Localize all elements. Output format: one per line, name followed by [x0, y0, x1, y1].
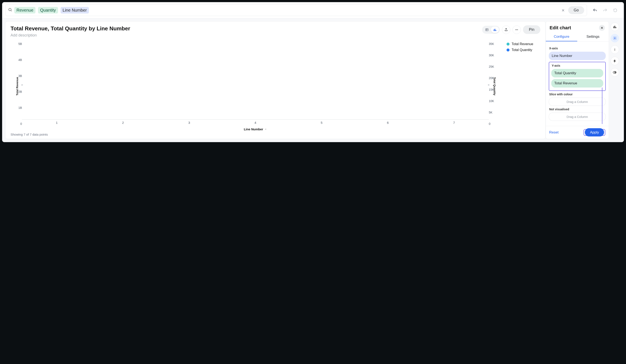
legend-swatch: [507, 43, 509, 45]
x-tick: 1: [24, 121, 90, 124]
y-left-label: Total Revenue: [16, 77, 19, 96]
pin-button[interactable]: Pin: [523, 25, 540, 34]
rail-info-icon[interactable]: [611, 45, 619, 54]
y-left-tick: 1B: [18, 106, 22, 109]
bars: [22, 41, 489, 120]
svg-rect-9: [496, 30, 496, 31]
rail-r-icon[interactable]: [611, 68, 619, 76]
tab-settings[interactable]: Settings: [577, 33, 609, 41]
panel-tabs: Configure Settings: [546, 33, 609, 41]
notvis-section-label: Not visualised: [549, 108, 606, 111]
y-right-tick: 25K: [489, 65, 494, 68]
x-tick: 5: [288, 121, 355, 124]
panel-footer: Reset Apply: [546, 126, 609, 139]
y-left-tick: 0: [20, 122, 22, 125]
search-icon: [8, 8, 12, 13]
chart-description[interactable]: Add description: [10, 33, 479, 37]
y-left-tick: 5B: [18, 42, 22, 45]
y-right-tick: 5K: [489, 111, 492, 114]
y-axis-highlight: Y-axis Total Quantity Total Revenue: [549, 62, 606, 91]
legend-label: Total Quantity: [512, 48, 532, 52]
x-axis-label[interactable]: Line Number: [244, 127, 267, 131]
rail-chart-icon[interactable]: [611, 23, 619, 31]
svg-line-1: [11, 10, 12, 11]
svg-rect-17: [616, 27, 616, 28]
svg-point-11: [516, 29, 517, 30]
y-left-arrow-icon: ▸: [22, 83, 23, 87]
y-axis-chip-quantity[interactable]: Total Quantity: [551, 69, 603, 77]
slice-section-label: Slice with colour: [549, 93, 606, 96]
svg-point-0: [9, 8, 11, 11]
apply-button[interactable]: Apply: [585, 128, 604, 137]
x-axis-section-label: X-axis: [549, 47, 606, 50]
x-axis-chip[interactable]: Line Number: [549, 52, 606, 60]
chart-header: Total Revenue, Total Quantity by Line Nu…: [10, 25, 540, 37]
search-input[interactable]: Revenue Quantity Line Number Go: [5, 4, 587, 16]
x-axis: 1234567: [22, 120, 489, 124]
right-rail: [609, 21, 621, 139]
apply-highlight: Apply: [584, 129, 605, 136]
reset-link[interactable]: Reset: [549, 130, 558, 135]
redo-button[interactable]: [601, 6, 609, 15]
top-bar: Revenue Quantity Line Number Go: [2, 2, 624, 18]
history-nav: [589, 6, 621, 15]
chart-view-button[interactable]: [491, 27, 499, 33]
share-button[interactable]: [502, 26, 510, 34]
undo-button[interactable]: [591, 6, 599, 15]
y-left-tick: 4B: [18, 58, 22, 62]
chart-body: Total Revenue ▸ 5B 4B 3B 2B 1B 0 1234567: [10, 41, 540, 131]
svg-point-10: [515, 29, 516, 30]
legend-label: Total Revenue: [512, 42, 533, 46]
x-tick: 6: [355, 121, 421, 124]
view-toggle: [482, 26, 500, 34]
search-tag-revenue[interactable]: Revenue: [14, 7, 36, 13]
x-tick: 2: [90, 121, 156, 124]
y-axis-chip-revenue[interactable]: Total Revenue: [551, 79, 603, 87]
app-frame: Revenue Quantity Line Number Go: [2, 2, 624, 142]
search-tag-quantity[interactable]: Quantity: [38, 7, 58, 13]
rail-lightning-icon[interactable]: [611, 57, 619, 65]
legend-swatch: [507, 48, 509, 51]
svg-point-12: [517, 29, 518, 30]
chart-toolbar: Pin: [482, 25, 540, 34]
chart-plot-area: Total Revenue ▸ 5B 4B 3B 2B 1B 0 1234567: [10, 41, 500, 131]
svg-rect-15: [613, 26, 614, 28]
plot: 1234567 Line Number: [22, 41, 489, 131]
reset-button[interactable]: [611, 6, 620, 15]
panel-title: Edit chart: [549, 25, 571, 31]
panel-body: X-axis Line Number Y-axis Total Quantity…: [546, 41, 609, 126]
legend-item-revenue[interactable]: Total Revenue: [507, 42, 540, 46]
chart-card: Total Revenue, Total Quantity by Line Nu…: [5, 21, 546, 139]
chart-footer-note: Showing 7 of 7 data points: [10, 133, 540, 136]
highlight-connector: [602, 87, 603, 124]
svg-rect-7: [494, 29, 494, 31]
y-right-tick: 35K: [489, 42, 494, 45]
svg-rect-8: [495, 29, 495, 31]
edit-chart-panel: Edit chart Configure Settings X-axis Lin…: [546, 21, 609, 139]
chart-title: Total Revenue, Total Quantity by Line Nu…: [10, 25, 479, 32]
slice-dropzone[interactable]: Drag a Column: [549, 98, 606, 106]
chart-legend: Total Revenue Total Quantity: [507, 41, 540, 131]
y-right-tick: 30K: [489, 54, 494, 57]
tab-configure[interactable]: Configure: [546, 33, 577, 41]
search-tag-line-number[interactable]: Line Number: [61, 7, 89, 13]
x-tick: 3: [156, 121, 222, 124]
notvis-dropzone[interactable]: Drag a Column: [549, 113, 606, 121]
x-tick: 7: [421, 121, 487, 124]
y-right-tick: 10K: [489, 99, 494, 103]
x-axis-label-text: Line Number: [244, 127, 263, 131]
rail-settings-icon[interactable]: [611, 34, 619, 42]
legend-item-quantity[interactable]: Total Quantity: [507, 48, 540, 52]
y-axis-section-label: Y-axis: [552, 64, 603, 67]
svg-point-20: [615, 48, 615, 49]
body: Total Revenue, Total Quantity by Line Nu…: [2, 18, 624, 142]
clear-search-button[interactable]: [560, 7, 566, 13]
svg-rect-4: [486, 29, 488, 31]
more-button[interactable]: [512, 26, 521, 34]
close-panel-button[interactable]: [599, 25, 605, 31]
x-tick: 4: [222, 121, 288, 124]
y-right-label: Total Quantity: [493, 77, 496, 95]
go-button[interactable]: Go: [568, 6, 584, 14]
y-right-tick: 0: [489, 122, 491, 125]
table-view-button[interactable]: [483, 27, 491, 33]
